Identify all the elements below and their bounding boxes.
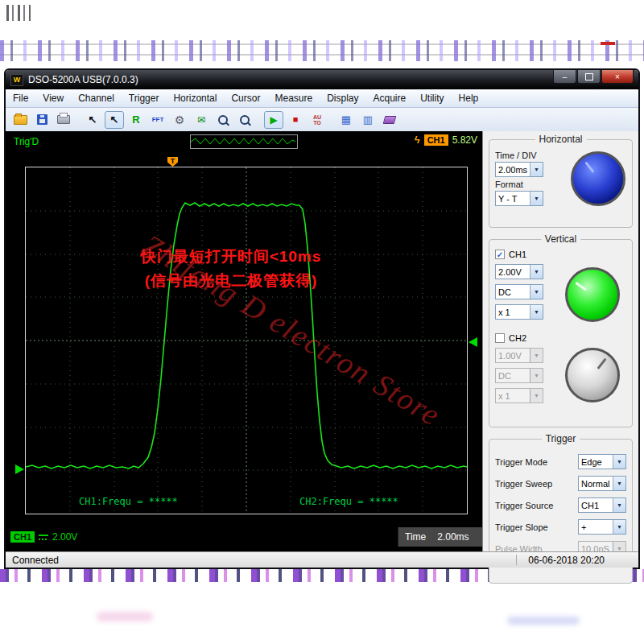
ch1-block: ✓ CH1 2.00V ▼ DC ▼ x 1 <box>495 250 626 327</box>
menu-measure[interactable]: Measure <box>267 93 320 104</box>
ch2-probe-select[interactable]: x 1 ▼ <box>495 388 543 403</box>
chevron-down-icon: ▼ <box>613 455 625 469</box>
magnifier-icon <box>240 115 250 125</box>
channel-scale-bar: CH1 2.00V Time 2.00ms <box>6 527 482 547</box>
chevron-down-icon: ▼ <box>530 349 543 362</box>
menu-acquire[interactable]: Acquire <box>366 93 414 104</box>
ch2-frequency-readout: CH2:Frequ = ***** <box>299 496 398 507</box>
ch1-probe-value: x 1 <box>496 308 530 317</box>
control-panel: Horizontal Time / DIV 2.00ms ▼ Format Y … <box>482 131 638 551</box>
menu-view[interactable]: View <box>35 93 71 104</box>
menu-channel[interactable]: Channel <box>71 93 122 104</box>
chevron-down-icon: ▼ <box>613 520 625 534</box>
scope-column: Trig'D ϟ CH1 5.82V <box>6 131 482 551</box>
select-cursor-icon: ↖ <box>110 114 119 125</box>
ch1-checkbox[interactable]: ✓ <box>495 250 505 259</box>
ch2-checkbox[interactable] <box>495 333 505 343</box>
ch2-volts-select[interactable]: 1.00V ▼ <box>495 348 543 363</box>
format-select[interactable]: Y - T ▼ <box>495 191 543 206</box>
open-button[interactable] <box>10 111 30 129</box>
ch1-coupling-select[interactable]: DC ▼ <box>495 284 543 299</box>
refresh-r-button[interactable]: R <box>126 111 146 129</box>
stop-button[interactable]: ■ <box>286 111 305 129</box>
scope-grid <box>26 167 467 514</box>
maximize-button[interactable] <box>577 70 601 84</box>
erase-button[interactable] <box>380 111 399 129</box>
connection-status: Connected <box>12 555 59 566</box>
trigger-source-label: Trigger Source <box>495 501 578 510</box>
settings-button[interactable]: ⚙ <box>170 111 189 129</box>
fft-icon: FFT <box>152 117 164 123</box>
select-cursor-button[interactable]: ↖ <box>105 111 124 129</box>
minimize-button[interactable]: – <box>553 70 576 84</box>
open-folder-icon <box>14 115 27 125</box>
chevron-down-icon: ▼ <box>530 389 543 402</box>
trigger-status-row: Trig'D ϟ CH1 5.82V <box>6 131 482 152</box>
ch2-vertical-knob[interactable] <box>565 348 620 402</box>
ch2-block: CH2 1.00V ▼ DC ▼ x 1 ▼ <box>495 333 626 411</box>
trigger-slope-select[interactable]: + ▼ <box>578 519 626 535</box>
grid-view-button[interactable]: ▥ <box>358 111 378 129</box>
mail-button[interactable]: ✉ <box>192 111 211 129</box>
menu-file[interactable]: File <box>6 93 35 104</box>
trigger-source-select[interactable]: CH1 ▼ <box>578 497 626 513</box>
horizontal-knob[interactable] <box>571 151 625 206</box>
fft-button[interactable]: FFT <box>148 111 167 129</box>
close-icon: × <box>615 72 620 81</box>
artifact-top-right <box>601 42 615 45</box>
ch1-frequency-readout: CH1:Frequ = ***** <box>79 496 178 507</box>
print-button[interactable] <box>54 111 73 129</box>
eraser-icon <box>383 116 397 124</box>
trigger-channel-badge: CH1 <box>424 134 448 146</box>
run-button[interactable]: ▶ <box>264 111 283 129</box>
preview-waveform <box>191 138 295 144</box>
artifact-top-left <box>6 5 31 21</box>
menu-display[interactable]: Display <box>320 93 365 104</box>
auto-setup-button[interactable]: AU TO <box>308 111 327 129</box>
ch1-vertical-knob[interactable] <box>565 267 620 322</box>
trigger-mode-label: Trigger Mode <box>495 457 578 467</box>
trigger-level-marker[interactable] <box>469 337 477 347</box>
ch1-volts-select[interactable]: 2.00V ▼ <box>495 264 543 279</box>
trigger-slope-value: + <box>579 522 613 532</box>
ch2-coupling-select[interactable]: DC ▼ <box>495 368 543 383</box>
trigger-sweep-label: Trigger Sweep <box>495 479 578 489</box>
menu-help[interactable]: Help <box>452 93 486 104</box>
trigger-sweep-value: Normal <box>579 479 613 489</box>
app-icon: W <box>10 74 23 86</box>
tile-windows-button[interactable]: ▦ <box>336 111 356 129</box>
ch1-volts-value: 2.00V <box>496 267 530 277</box>
horizontal-position-preview[interactable] <box>190 134 298 149</box>
menu-horizontal[interactable]: Horizontal <box>166 93 224 104</box>
menu-utility[interactable]: Utility <box>413 93 451 104</box>
gear-icon: ⚙ <box>175 114 185 126</box>
ch1-ground-marker[interactable] <box>15 464 24 474</box>
ch1-probe-select[interactable]: x 1 ▼ <box>495 304 543 320</box>
trigger-bolt-icon: ϟ <box>415 134 420 146</box>
menu-cursor[interactable]: Cursor <box>224 93 267 104</box>
timediv-value: 2.00ms <box>496 165 530 175</box>
chevron-down-icon: ▼ <box>530 369 543 382</box>
printer-icon <box>57 115 70 124</box>
time-value: 2.00ms <box>437 531 469 543</box>
window-title: DSO-5200A USB(7.0.0.3) <box>28 74 138 85</box>
zoom-out-button[interactable] <box>235 111 254 129</box>
title-bar[interactable]: W DSO-5200A USB(7.0.0.3) – × <box>6 70 638 89</box>
close-button[interactable]: × <box>601 70 634 84</box>
trigger-mode-select[interactable]: Edge ▼ <box>578 454 626 469</box>
chevron-down-icon: ▼ <box>530 192 543 205</box>
trigger-sweep-select[interactable]: Normal ▼ <box>578 476 626 491</box>
zoom-in-button[interactable] <box>213 111 233 129</box>
save-button[interactable] <box>32 111 52 129</box>
vertical-group-title: Vertical <box>541 233 580 245</box>
timediv-select[interactable]: 2.00ms ▼ <box>495 162 543 177</box>
time-label: Time <box>405 531 426 543</box>
magnifier-icon <box>218 115 228 125</box>
scan-noise-top <box>0 40 644 61</box>
cursor-button[interactable]: ↖ <box>83 111 102 129</box>
ch2-label: CH2 <box>509 333 526 343</box>
trigger-position-marker[interactable]: T <box>167 157 178 167</box>
datetime-status: 06-06-2018 20:20 <box>517 555 638 566</box>
menu-trigger[interactable]: Trigger <box>122 93 167 104</box>
vertical-group: Vertical ✓ CH1 2.00V ▼ DC ▼ <box>489 239 633 427</box>
